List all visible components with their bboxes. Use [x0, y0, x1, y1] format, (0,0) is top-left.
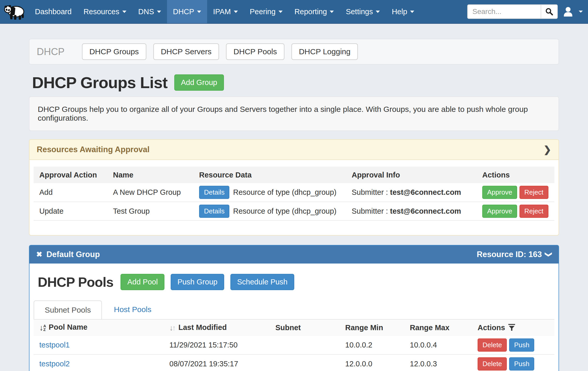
- filter-icon[interactable]: [508, 324, 515, 331]
- submitter-email: test@6connect.com: [390, 207, 461, 215]
- group-panel-body: DHCP Pools Add Pool Push Group Schedule …: [29, 264, 559, 371]
- delete-button[interactable]: Delete: [478, 338, 507, 352]
- resource-type-text: Resource of type (dhcp_group): [233, 188, 336, 197]
- push-button[interactable]: Push: [509, 357, 534, 370]
- details-button[interactable]: Details: [199, 186, 229, 199]
- reject-button[interactable]: Reject: [519, 186, 548, 199]
- search-icon: [545, 8, 553, 16]
- approval-panel: Resources Awaiting Approval ❯ Approval A…: [29, 139, 559, 236]
- schedule-push-button[interactable]: Schedule Push: [230, 274, 294, 290]
- submitter-email: test@6connect.com: [390, 188, 461, 196]
- nav-item-reporting[interactable]: Reporting: [289, 0, 340, 23]
- resource-type-text: Resource of type (dhcp_group): [233, 207, 336, 215]
- delete-button[interactable]: Delete: [478, 357, 507, 370]
- approval-submitter-cell: Submitter : test@6connect.com: [346, 183, 477, 202]
- navbar: Dashboard Resources DNS DHCP IPAM Peerin…: [0, 0, 588, 24]
- navbar-right: [467, 0, 588, 23]
- page-title: DHCP Groups List: [32, 73, 168, 92]
- approval-header-row: Approval Action Name Resource Data Appro…: [34, 167, 554, 183]
- col-subnet: Subnet: [270, 319, 340, 336]
- page-title-row: DHCP Groups List Add Group: [29, 73, 559, 92]
- pools-table: ↓AZPool Name ↓↑Last Modified Subnet Rang…: [34, 319, 554, 371]
- pool-actions-cell: Delete Push: [472, 336, 554, 354]
- nav-label: IPAM: [213, 7, 231, 16]
- pool-name-cell: testpool2: [34, 354, 164, 371]
- approve-button[interactable]: Approve: [482, 186, 517, 199]
- caret-down-icon: [197, 11, 201, 13]
- approval-table: Approval Action Name Resource Data Appro…: [34, 167, 554, 221]
- add-pool-button[interactable]: Add Pool: [120, 274, 164, 290]
- chevron-down-icon[interactable]: ❯: [545, 252, 553, 258]
- approval-resource-cell: Details Resource of type (dhcp_group): [193, 183, 346, 202]
- pool-link[interactable]: testpool2: [39, 360, 70, 368]
- nav-item-ipam[interactable]: IPAM: [207, 0, 244, 23]
- col-actions: Actions: [477, 167, 554, 183]
- approval-panel-heading: Resources Awaiting Approval ❯: [29, 140, 559, 160]
- pool-range-max-cell: 12.0.0.3: [404, 354, 472, 371]
- approve-button[interactable]: Approve: [482, 205, 517, 218]
- approval-name-cell: A New DHCP Group: [107, 183, 193, 202]
- push-group-button[interactable]: Push Group: [171, 274, 224, 290]
- pool-row: testpool1 11/29/2021 15:17:50 10.0.0.2 1…: [34, 336, 554, 354]
- nav-item-resources[interactable]: Resources: [78, 0, 132, 23]
- search-group: [467, 4, 558, 19]
- pool-modified-cell: 08/07/2021 19:35:17: [164, 354, 270, 371]
- nav-item-settings[interactable]: Settings: [340, 0, 386, 23]
- close-icon[interactable]: ✖: [36, 251, 42, 258]
- reject-button[interactable]: Reject: [519, 205, 548, 218]
- approval-name-cell: Test Group: [107, 202, 193, 220]
- add-group-button[interactable]: Add Group: [174, 74, 224, 91]
- caret-down-icon: [157, 11, 161, 13]
- chevron-right-icon[interactable]: ❯: [544, 144, 551, 155]
- nav-item-help[interactable]: Help: [386, 0, 420, 23]
- brand-logo[interactable]: [0, 0, 29, 23]
- nav-item-dns[interactable]: DNS: [132, 0, 167, 23]
- user-icon: [563, 7, 573, 17]
- pool-subnet-cell: [270, 354, 340, 371]
- pools-header-row: ↓AZPool Name ↓↑Last Modified Subnet Rang…: [34, 319, 554, 336]
- col-range-min: Range Min: [340, 319, 404, 336]
- search-input[interactable]: [468, 5, 541, 18]
- nav-item-dashboard[interactable]: Dashboard: [29, 0, 78, 23]
- col-last-modified[interactable]: ↓↑Last Modified: [164, 319, 270, 336]
- col-pool-name[interactable]: ↓AZPool Name: [34, 319, 164, 336]
- tab-host-pools[interactable]: Host Pools: [114, 305, 151, 314]
- details-button[interactable]: Details: [199, 205, 229, 218]
- col-label: Pool Name: [49, 323, 87, 331]
- approval-panel-body: Approval Action Name Resource Data Appro…: [29, 160, 559, 235]
- default-group-panel: ✖ Default Group Resource ID: 163 ❯ DHCP …: [29, 245, 559, 371]
- search-button[interactable]: [541, 5, 557, 18]
- col-pool-actions[interactable]: Actions: [472, 319, 554, 336]
- dhcp-servers-button[interactable]: DHCP Servers: [153, 43, 219, 60]
- col-resource-data: Resource Data: [193, 167, 346, 183]
- caret-down-icon: [234, 11, 238, 13]
- nav-label: DNS: [138, 7, 154, 16]
- panda-logo-icon: [4, 3, 25, 20]
- approval-row: Add A New DHCP Group Details Resource of…: [34, 183, 554, 202]
- tab-subnet-pools[interactable]: Subnet Pools: [34, 300, 102, 319]
- subnav-title: DHCP: [37, 46, 65, 57]
- dhcp-pools-button[interactable]: DHCP Pools: [226, 43, 284, 60]
- caret-down-icon: [278, 11, 283, 13]
- nav-label: Reporting: [295, 7, 327, 16]
- nav-label: Help: [392, 7, 407, 16]
- caret-down-icon: [122, 11, 126, 13]
- dhcp-subnav: DHCP DHCP Groups DHCP Servers DHCP Pools…: [29, 39, 559, 65]
- caret-down-icon: [410, 11, 414, 13]
- approval-heading-title: Resources Awaiting Approval: [37, 145, 149, 154]
- push-button[interactable]: Push: [509, 338, 534, 352]
- nav-item-dhcp[interactable]: DHCP: [167, 0, 207, 23]
- col-range-max: Range Max: [404, 319, 472, 336]
- approval-submitter-cell: Submitter : test@6connect.com: [346, 202, 477, 220]
- nav-label: Resources: [84, 7, 119, 16]
- dhcp-groups-button[interactable]: DHCP Groups: [82, 43, 146, 60]
- pool-link[interactable]: testpool1: [39, 341, 70, 349]
- user-menu[interactable]: [563, 7, 583, 17]
- nav-label: Dashboard: [35, 7, 72, 16]
- dhcp-logging-button[interactable]: DHCP Logging: [291, 43, 358, 60]
- col-approval-action: Approval Action: [34, 167, 107, 183]
- pool-range-min-cell: 10.0.0.2: [340, 336, 404, 354]
- submitter-label: Submitter :: [352, 188, 388, 196]
- col-approval-info: Approval Info: [346, 167, 477, 183]
- nav-item-peering[interactable]: Peering: [244, 0, 289, 23]
